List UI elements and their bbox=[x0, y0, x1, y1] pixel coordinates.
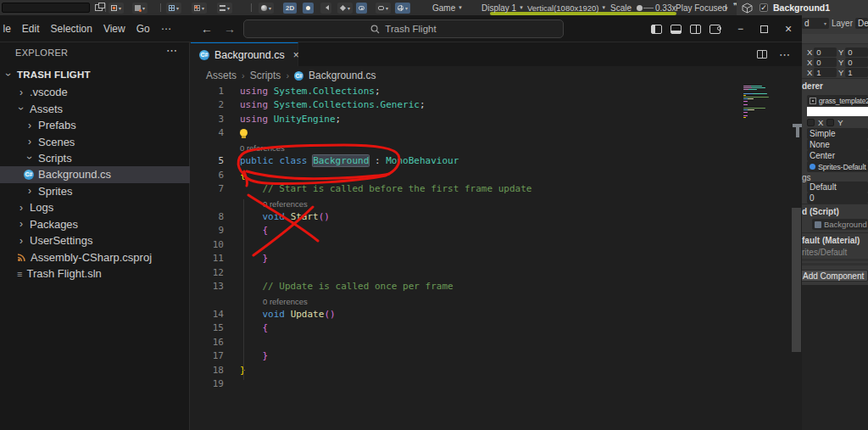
transform-y-field[interactable]: 0 bbox=[845, 47, 868, 57]
toggle-sidebar-icon[interactable] bbox=[651, 25, 662, 34]
sidebar-item-assembly-csharp-csproj[interactable]: Assembly-CSharp.csproj bbox=[0, 249, 190, 265]
sidebar-item-prefabs[interactable]: Prefabs bbox=[0, 117, 190, 133]
2d-toggle[interactable]: 2D bbox=[283, 3, 297, 14]
code-text[interactable]: using UnityEngine; bbox=[240, 114, 341, 125]
sidebar-item-scripts[interactable]: Scripts bbox=[0, 150, 190, 166]
menu-le[interactable]: le bbox=[0, 23, 16, 35]
material-field[interactable]: Sprites-Default bbox=[807, 161, 868, 172]
transform-y-field[interactable]: 1 bbox=[845, 68, 868, 77]
sidebar-item-trash-flight-sln[interactable]: ≡Trash Flight.sln bbox=[0, 265, 190, 282]
pivot-icon[interactable]: ▾ bbox=[132, 3, 147, 14]
audio-toggle[interactable] bbox=[320, 3, 331, 14]
codelens-references[interactable]: 0 references bbox=[191, 141, 793, 154]
grid-icon[interactable]: ▾ bbox=[166, 3, 181, 14]
lightbulb-icon[interactable] bbox=[240, 129, 248, 137]
project-root-folder[interactable]: TRASH FLIGHT bbox=[0, 66, 190, 83]
explorer-actions-icon[interactable]: ⋯ bbox=[166, 44, 177, 57]
code-text[interactable]: using System.Collections; bbox=[240, 86, 381, 97]
unity-toolbar-field[interactable] bbox=[2, 3, 90, 13]
flip-x-checkbox[interactable] bbox=[807, 119, 815, 126]
code-text[interactable]: // Start is called before the first fram… bbox=[240, 183, 531, 194]
breadcrumb-file[interactable]: Background.cs bbox=[309, 70, 376, 81]
codelens-references[interactable]: 0 references bbox=[191, 294, 793, 308]
transform-x-field[interactable]: 1 bbox=[814, 68, 837, 77]
transform-x-field[interactable]: 0 bbox=[814, 47, 837, 57]
window-restore-icon[interactable] bbox=[95, 4, 103, 11]
effects-toggle[interactable]: ▾ bbox=[337, 3, 353, 14]
sprite-field[interactable]: grass_template2 bbox=[807, 95, 868, 106]
draw-mode-dropdown[interactable]: Simple bbox=[807, 128, 868, 139]
sidebar-item--vscode[interactable]: .vscode bbox=[0, 84, 190, 100]
split-editor-icon[interactable] bbox=[757, 50, 767, 59]
nav-back-button[interactable]: ← bbox=[201, 22, 213, 36]
sidebar-item-assets[interactable]: Assets bbox=[0, 100, 190, 116]
scale-slider[interactable] bbox=[637, 5, 643, 11]
active-checkbox[interactable]: ✓ bbox=[760, 3, 768, 12]
customize-layout-icon[interactable] bbox=[709, 25, 721, 34]
sidebar-item-sprites[interactable]: Sprites bbox=[0, 183, 190, 199]
code-editor[interactable]: 1using System.Collections;2using System.… bbox=[191, 85, 793, 430]
code-text[interactable]: // Update is called once per frame bbox=[240, 281, 453, 292]
scrollbar-thumb[interactable] bbox=[792, 208, 801, 352]
script-field[interactable]: Background bbox=[812, 219, 868, 230]
toggle-secondary-sidebar-icon[interactable] bbox=[690, 25, 701, 34]
play-focused-arrow-icon[interactable]: ▾ bbox=[725, 5, 728, 12]
menu-view[interactable]: View bbox=[97, 23, 131, 35]
order-in-layer-field[interactable]: 0 bbox=[807, 193, 868, 204]
sidebar-item-background-cs[interactable]: C#Background.cs bbox=[0, 166, 190, 182]
code-text[interactable]: void Update() bbox=[240, 309, 336, 320]
game-view-tab[interactable]: Game▾ bbox=[432, 0, 462, 15]
code-text[interactable]: public class Background : MonoBehaviour bbox=[240, 155, 459, 166]
sorting-layer-dropdown[interactable]: Default bbox=[807, 181, 868, 193]
display-dropdown[interactable]: Display 1▾ bbox=[481, 0, 523, 15]
gizmos-toggle[interactable]: ▾ bbox=[395, 3, 410, 14]
play-focused-dropdown[interactable]: Play Focused bbox=[676, 0, 727, 15]
transform-y-field[interactable]: 0 bbox=[845, 58, 868, 67]
gameobject-name[interactable]: Background1 bbox=[773, 3, 830, 13]
snap-icon[interactable]: ▾ bbox=[192, 3, 207, 14]
menu-go[interactable]: Go bbox=[131, 23, 155, 35]
tab-close-icon[interactable]: × bbox=[293, 49, 299, 61]
menu-edit[interactable]: Edit bbox=[16, 23, 45, 35]
breadcrumb-scripts[interactable]: Scripts bbox=[250, 70, 281, 81]
measure-icon[interactable]: ▾ bbox=[217, 3, 232, 14]
maximize-button[interactable] bbox=[760, 25, 768, 33]
code-text[interactable] bbox=[240, 127, 248, 138]
menu-selection[interactable]: Selection bbox=[45, 23, 97, 35]
toggle-panel-icon[interactable] bbox=[670, 25, 682, 34]
search-input[interactable]: Trash Flight bbox=[243, 20, 564, 38]
layer-dropdown[interactable]: De bbox=[855, 18, 868, 29]
visibility-toggle[interactable] bbox=[356, 3, 367, 14]
sort-point-dropdown[interactable]: Center bbox=[807, 150, 868, 161]
code-text[interactable]: { bbox=[240, 170, 246, 181]
close-button[interactable]: × bbox=[782, 22, 795, 36]
tag-dropdown[interactable]: d▾ bbox=[802, 18, 829, 29]
shading-mode-icon[interactable]: ▾ bbox=[259, 3, 274, 14]
code-text[interactable]: using System.Collections.Generic; bbox=[240, 99, 426, 110]
tab-background-cs[interactable]: C# Background.cs × bbox=[191, 42, 298, 66]
editor-more-actions-icon[interactable]: ⋯ bbox=[779, 48, 790, 61]
mask-interaction-dropdown[interactable]: None bbox=[807, 139, 868, 150]
flip-y-checkbox[interactable] bbox=[826, 119, 834, 126]
minimize-button[interactable]: − bbox=[734, 23, 747, 35]
codelens-references[interactable]: 0 references bbox=[191, 197, 793, 210]
color-swatch[interactable] bbox=[807, 107, 868, 116]
resolution-dropdown[interactable]: Vertical(1080x1920)▾ bbox=[527, 0, 605, 15]
lighting-toggle[interactable] bbox=[303, 3, 314, 14]
menu-more[interactable]: ⋯ bbox=[155, 23, 176, 35]
sidebar-item-logs[interactable]: Logs bbox=[0, 199, 190, 215]
sprite-renderer-header[interactable]: derer bbox=[802, 81, 868, 91]
code-text[interactable]: void Start() bbox=[240, 211, 330, 222]
tool-handle-icon[interactable]: ▾ bbox=[108, 3, 124, 14]
sidebar-item-packages[interactable]: Packages bbox=[0, 216, 190, 232]
nav-forward-button[interactable]: → bbox=[224, 22, 236, 36]
minimap[interactable] bbox=[743, 86, 767, 119]
script-header[interactable]: d (Script) bbox=[802, 207, 868, 216]
breadcrumb-assets[interactable]: Assets bbox=[206, 70, 236, 81]
transform-header[interactable] bbox=[802, 34, 868, 44]
sidebar-item-usersettings[interactable]: UserSettings bbox=[0, 232, 190, 249]
camera-icon[interactable]: ▾ bbox=[376, 3, 391, 14]
add-component-button[interactable]: Add Component bbox=[800, 270, 868, 282]
transform-x-field[interactable]: 0 bbox=[814, 58, 837, 67]
sidebar-item-scenes[interactable]: Scenes bbox=[0, 133, 190, 149]
